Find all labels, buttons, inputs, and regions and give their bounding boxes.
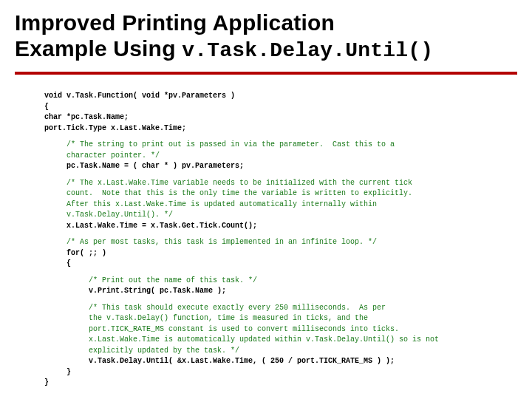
code-comment: port.TICK_RATE_MS constant is used to co… [44, 325, 399, 333]
code-block: void v.Task.Function( void *pv.Parameter… [44, 81, 517, 399]
code-comment: After this x.Last.Wake.Time is updated a… [44, 200, 377, 208]
code-line: { [44, 103, 49, 111]
code-comment: the v.Task.Delay() function, time is mea… [44, 314, 368, 322]
title-line-1: Improved Printing Application [15, 10, 335, 35]
blank-line [44, 297, 517, 303]
blank-line [44, 172, 517, 178]
code-line: port.Tick.Type x.Last.Wake.Time; [44, 124, 186, 132]
code-line: } [44, 368, 71, 376]
divider [15, 72, 517, 75]
code-comment: /* The x.Last.Wake.Time variable needs t… [44, 179, 412, 187]
title-line-2a: Example Using [15, 36, 182, 61]
code-line: v.Task.Delay.Until( &x.Last.Wake.Time, (… [44, 357, 395, 365]
code-comment: x.Last.Wake.Time is automatically update… [44, 335, 439, 344]
code-comment: /* Print out the name of this task. */ [44, 276, 257, 284]
slide-title: Improved Printing Application Example Us… [15, 10, 517, 63]
code-line: void v.Task.Function( void *pv.Parameter… [44, 92, 235, 100]
code-line: { [44, 259, 71, 267]
code-line: } [44, 378, 49, 386]
blank-line [44, 270, 517, 276]
title-line-2b: v.Task.Delay.Until() [182, 39, 433, 62]
blank-line [44, 134, 517, 140]
code-line: for( ;; ) [44, 249, 106, 257]
code-comment: /* This task should execute exactly ever… [44, 304, 386, 312]
code-line: v.Print.String( pc.Task.Name ); [44, 287, 226, 295]
code-comment: character pointer. */ [44, 151, 160, 160]
code-line: x.Last.Wake.Time = x.Task.Get.Tick.Count… [44, 222, 257, 230]
code-comment: v.Task.Delay.Until(). */ [44, 211, 173, 219]
code-line: char *pc.Task.Name; [44, 113, 129, 121]
code-comment: /* As per most tasks, this task is imple… [44, 238, 377, 246]
code-comment: explicitly updated by the task. */ [44, 347, 239, 355]
slide: Improved Printing Application Example Us… [0, 0, 532, 399]
code-line: pc.Task.Name = ( char * ) pv.Parameters; [44, 162, 244, 170]
code-comment: count. Note that this is the only time t… [44, 189, 412, 197]
blank-line [44, 231, 517, 237]
code-comment: /* The string to print out is passed in … [44, 140, 395, 149]
